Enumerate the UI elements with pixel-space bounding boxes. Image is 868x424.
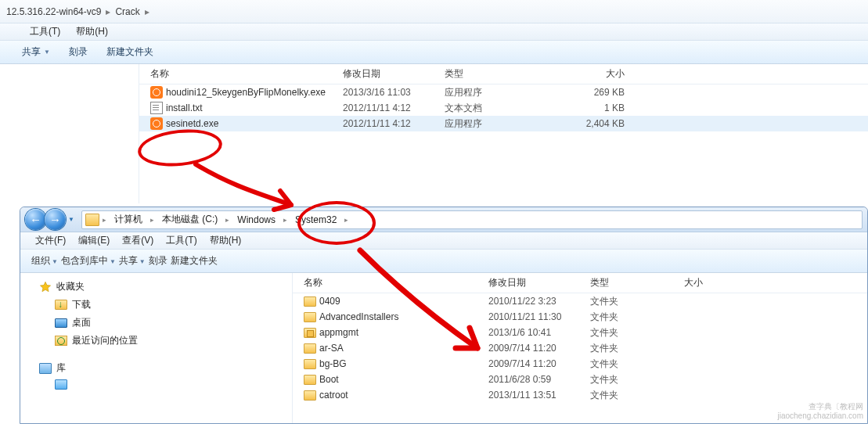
annotation-arrow	[0, 0, 868, 424]
